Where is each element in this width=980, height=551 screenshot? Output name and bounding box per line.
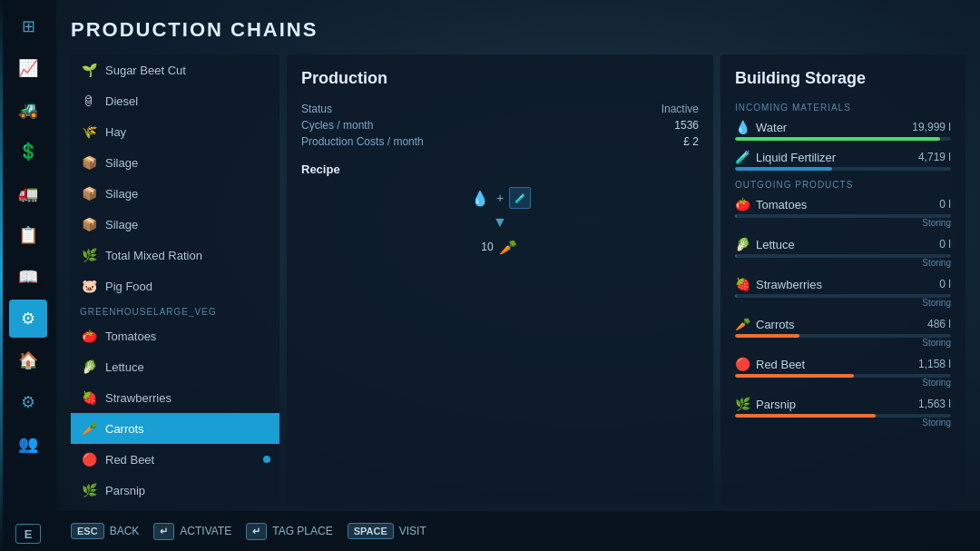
recipe-output-icon: 🥕 — [497, 236, 519, 258]
hay-icon: 🌾 — [80, 123, 98, 141]
esc-key[interactable]: ESC — [71, 523, 104, 539]
lettuce-storage-icon: 🥬 — [735, 237, 750, 251]
list-item-lettuce[interactable]: 🥬 Lettuce — [71, 351, 279, 382]
storage-panel-title: Building Storage — [735, 69, 951, 88]
list-item-silage1[interactable]: 📦 Silage — [71, 147, 279, 178]
list-item-hay[interactable]: 🌾 Hay — [71, 116, 279, 147]
list-panel: 🌱 Sugar Beet Cut 🛢 Diesel 🌾 Hay 📦 Silage… — [71, 54, 279, 506]
fertilizer-bar-bg — [735, 167, 951, 171]
production-panel-title: Production — [301, 69, 699, 88]
carrots-storage-label: Carrots — [756, 318, 795, 331]
storage-item-parsnip: 🌿 Parsnip 1,563 l Storing — [735, 397, 951, 428]
lettuce-storage-value: 0 l — [939, 238, 951, 251]
gear-icon[interactable]: ⚙ — [9, 383, 47, 421]
list-item-diesel[interactable]: 🛢 Diesel — [71, 85, 279, 116]
lettuce-storage-status: Storing — [735, 258, 951, 268]
storage-item-liquid-fertilizer: 🧪 Liquid Fertilizer 4,719 l — [735, 150, 951, 171]
pig-food-icon: 🐷 — [80, 277, 98, 295]
tag-place-btn[interactable]: ↵ TAG PLACE — [246, 523, 332, 540]
costs-label: Production Costs / month — [301, 135, 424, 148]
recipe-output-row: 10 🥕 — [481, 236, 518, 258]
fertilizer-storage-value: 4,719 l — [918, 151, 951, 163]
recipe-title: Recipe — [301, 162, 699, 176]
diesel-icon: 🛢 — [80, 92, 98, 110]
list-item-sugar-beet-cut[interactable]: 🌱 Sugar Beet Cut — [71, 54, 279, 85]
fertilizer-storage-icon: 🧪 — [735, 150, 750, 164]
sidebar: ⊞ 📈 🚜 💲 🚛 📋 📖 ⚙ 🏠 ⚙ 👥 E — [0, 0, 56, 551]
strawberries-list-icon: 🍓 — [80, 389, 98, 407]
back-label: BACK — [110, 525, 140, 537]
fertilizer-storage-label: Liquid Fertilizer — [756, 151, 836, 164]
coin-icon[interactable]: 💲 — [9, 133, 47, 171]
red-beet-storage-icon: 🔴 — [735, 357, 750, 371]
recipe-arrow: ▼ — [493, 214, 507, 231]
list-item-total-mixed-ration[interactable]: 🌿 Total Mixed Ration — [71, 240, 279, 271]
carrots-list-icon: 🥕 — [80, 419, 98, 438]
chart-icon[interactable]: 📈 — [9, 49, 47, 87]
list-item-silage3[interactable]: 📦 Silage — [71, 209, 279, 240]
storage-item-carrots: 🥕 Carrots 486 l Storing — [735, 317, 951, 348]
list-item-pig-food[interactable]: 🐷 Pig Food — [71, 271, 279, 301]
strawberries-storage-value: 0 l — [939, 278, 951, 290]
tractor2-icon[interactable]: 🚛 — [9, 174, 47, 212]
visit-label: VISIT — [399, 525, 426, 537]
strawberries-storage-status: Storing — [735, 298, 951, 308]
activate-btn[interactable]: ↵ ACTIVATE — [153, 523, 231, 540]
tag-place-label: TAG PLACE — [272, 525, 332, 537]
recipe-fertilizer-box: 🧪 — [509, 187, 531, 209]
water-storage-icon: 💧 — [735, 120, 750, 134]
lettuce-list-icon: 🥬 — [80, 358, 98, 376]
book2-icon[interactable]: 📖 — [9, 258, 47, 296]
lettuce-storage-label: Lettuce — [756, 238, 795, 251]
tomatoes-storage-status: Storing — [735, 218, 951, 228]
stat-row-costs: Production Costs / month £ 2 — [301, 135, 699, 148]
tag-place-key[interactable]: ↵ — [246, 523, 267, 540]
list-item-red-beet[interactable]: 🔴 Red Beet — [71, 444, 279, 475]
list-item-parsnip[interactable]: 🌿 Parsnip — [71, 475, 279, 506]
silage2-icon: 📦 — [80, 184, 98, 202]
silage1-icon: 📦 — [80, 153, 98, 172]
total-mixed-ration-icon: 🌿 — [80, 246, 98, 264]
list-item-silage2[interactable]: 📦 Silage — [71, 178, 279, 209]
production-stats: Status Inactive Cycles / month 1536 Prod… — [301, 103, 699, 148]
recipe-output-amount: 10 — [481, 241, 493, 253]
water-bar-bg — [735, 137, 951, 141]
tomatoes-list-icon: 🍅 — [80, 327, 98, 345]
strawberries-storage-icon: 🍓 — [735, 277, 750, 291]
water-storage-value: 19,999 l — [912, 121, 951, 133]
storage-panel: Building Storage INCOMING MATERIALS 💧 Wa… — [720, 54, 965, 506]
red-beet-list-icon: 🔴 — [80, 450, 98, 468]
stat-row-status: Status Inactive — [301, 103, 699, 115]
parsnip-list-icon: 🌿 — [80, 481, 98, 499]
map-icon[interactable]: ⊞ — [9, 7, 47, 45]
tractor-icon[interactable]: 🚜 — [9, 91, 47, 129]
production-chains-icon[interactable]: ⚙ — [9, 300, 47, 338]
tomatoes-storage-value: 0 l — [939, 198, 951, 211]
tomatoes-storage-icon: 🍅 — [735, 197, 750, 212]
activate-key[interactable]: ↵ — [153, 523, 174, 540]
visit-key[interactable]: SPACE — [348, 523, 394, 539]
storage-item-strawberries: 🍓 Strawberries 0 l Storing — [735, 277, 951, 308]
list-item-carrots[interactable]: 🥕 Carrots — [71, 413, 279, 444]
esc-back-btn[interactable]: ESC BACK — [71, 523, 139, 539]
water-bar-fill — [735, 137, 940, 141]
incoming-section-label: INCOMING MATERIALS — [735, 103, 951, 113]
main-content: PRODUCTION CHAINS 🌱 Sugar Beet Cut 🛢 Die… — [56, 0, 980, 551]
activate-label: ACTIVATE — [180, 525, 231, 537]
parsnip-storage-icon: 🌿 — [735, 397, 750, 411]
list-item-strawberries[interactable]: 🍓 Strawberries — [71, 382, 279, 413]
list-item-tomatoes[interactable]: 🍅 Tomatoes — [71, 320, 279, 351]
red-beet-storage-status: Storing — [735, 378, 951, 388]
recipe-water-icon: 💧 — [469, 187, 491, 209]
greenhouse-section-label: GREENHOUSELARGE_VEG — [71, 301, 279, 320]
farm-icon[interactable]: 🏠 — [9, 341, 47, 379]
book-icon[interactable]: 📋 — [9, 216, 47, 254]
storage-item-lettuce: 🥬 Lettuce 0 l Storing — [735, 237, 951, 268]
people-icon[interactable]: 👥 — [9, 425, 47, 463]
costs-value: £ 2 — [683, 135, 699, 148]
cycles-value: 1536 — [674, 119, 699, 132]
red-beet-dot — [263, 456, 270, 463]
e-shortcut-icon[interactable]: E — [15, 524, 41, 544]
visit-btn[interactable]: SPACE VISIT — [348, 523, 426, 539]
storage-item-tomatoes: 🍅 Tomatoes 0 l Storing — [735, 197, 951, 228]
